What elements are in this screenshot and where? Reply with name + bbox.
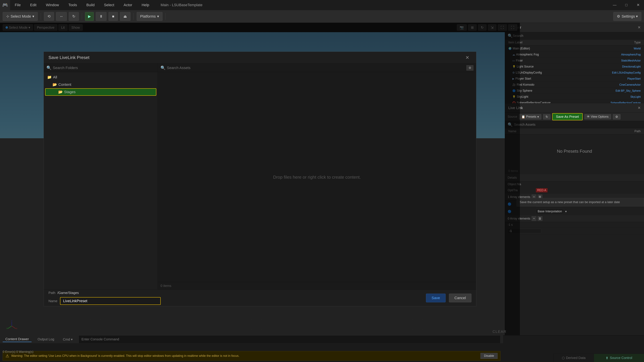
row-name-label: Player Start	[515, 77, 594, 80]
table-row[interactable]: ⚙LSUnDisplayConfigEdit LSUnDisplayConfig	[505, 70, 644, 76]
outliner-close[interactable]: ✕	[638, 25, 641, 30]
base-interp-dropdown[interactable]: Base Interpolation	[536, 209, 564, 214]
rotate-btn[interactable]: ↻	[69, 12, 79, 21]
derived-data-icon: ⬡	[562, 356, 565, 360]
dialog-titlebar: Save LiveLink Preset ✕	[44, 52, 476, 63]
prop-optitrack: OptiTra RED A	[505, 187, 644, 194]
toolbar-sep-3	[134, 13, 134, 20]
minimize-button[interactable]: —	[609, 0, 620, 10]
menu-file[interactable]: File	[10, 0, 25, 10]
folder-all[interactable]: 📁 All	[45, 73, 156, 81]
prop-minus-one	[505, 228, 644, 234]
table-row[interactable]: 💡SkyLightSkyLight	[505, 94, 644, 100]
no-presets-message: No Presets Found	[505, 134, 644, 168]
app-icon: 🎮	[0, 0, 10, 10]
folder-stages-icon: 📂	[58, 90, 63, 94]
transform-btn[interactable]: ⟲	[44, 12, 54, 21]
maximize-button[interactable]: □	[620, 0, 632, 10]
presets-icon: 📋	[522, 115, 525, 119]
assets-search-icon: 🔍	[160, 65, 166, 70]
menu-tools[interactable]: Tools	[64, 0, 82, 10]
save-livelink-dialog: Save LiveLink Preset ✕ 🔍 📁 All 📂	[44, 52, 476, 306]
log-tab-content-drawer[interactable]: Content Drawer	[3, 337, 32, 342]
dialog-body: 🔍 📁 All 📂 Content	[44, 63, 476, 290]
table-row[interactable]: 💡Light SourceDirectionalLight	[505, 64, 644, 70]
log-toolbar: Content Drawer Output Log Cmd ▾	[0, 335, 503, 344]
table-row[interactable]: ▶Player StartPlayerStart	[505, 76, 644, 82]
disable-warning-button[interactable]: Disable	[480, 353, 498, 359]
right-panel: Outliner ✕ 🔍 Item Label Type 🌍Main (Edit…	[505, 23, 644, 335]
outliner-search-input[interactable]	[513, 34, 641, 38]
pause-button[interactable]: ⏸	[96, 12, 106, 21]
row-name-label: Sky Sphere	[517, 89, 594, 92]
row-type-label: Edit LSUnDisplayConfig	[594, 71, 641, 74]
table-row[interactable]: ☁Atmospheric FogAtmosphericFog	[505, 52, 644, 58]
translate-btn[interactable]: ↔	[56, 12, 67, 21]
row-type-label: CineCameraActor	[594, 83, 641, 86]
settings-btn[interactable]: ⚙ Settings ▾	[613, 12, 641, 21]
livelink-close[interactable]: ✕	[638, 106, 641, 110]
dialog-title: Save LiveLink Preset	[48, 55, 90, 60]
name-label: Name	[48, 299, 57, 303]
folder-stages[interactable]: 📂 Stages	[45, 88, 156, 96]
dialog-save-button[interactable]: Save	[426, 294, 446, 302]
table-row[interactable]: 🌍Main (Editor)World	[505, 45, 644, 52]
assets-search-input[interactable]	[167, 66, 465, 70]
log-tab-output-log[interactable]: Output Log	[35, 337, 57, 342]
cursor-icon: ⊹	[6, 14, 9, 18]
eject-button[interactable]: ⏏	[120, 12, 130, 21]
view-options-btn[interactable]: 👁 View Options	[584, 114, 611, 119]
base-interp-arrow: ▾	[565, 210, 567, 213]
source-control-icon: ⬆	[606, 356, 608, 360]
dialog-tool-btn-1[interactable]: ⚙	[466, 65, 474, 70]
table-row[interactable]: ▭FloorStaticMeshActor	[505, 58, 644, 64]
menu-edit[interactable]: Edit	[25, 0, 41, 10]
save-preset-button[interactable]: Save As Preset	[552, 113, 582, 120]
row-type-label: DirectionalLight	[594, 65, 641, 68]
warning-icon: ⚠	[6, 354, 9, 358]
stop-button[interactable]: ■	[108, 12, 118, 21]
livelink-search-input[interactable]	[514, 123, 641, 126]
dialog-folder-search-bar: 🔍	[44, 63, 158, 72]
main-toolbar: ⊹ Select Mode ▾ ⟲ ↔ ↻ ▶ ⏸ ■ ⏏ Platforms …	[0, 10, 644, 23]
source-control-button[interactable]: ⬆ Source Control	[594, 354, 644, 362]
folder-content[interactable]: 📂 Content	[45, 81, 156, 88]
row-name-label: Red Komodo	[517, 83, 594, 86]
row-name-label: Main (Editor)	[513, 47, 594, 50]
assets-drop-area: Drop files here or right click to create…	[158, 72, 476, 282]
cmd-dropdown[interactable]: Cmd ▾	[60, 337, 75, 342]
array0-add[interactable]: +	[532, 216, 536, 221]
dialog-cancel-button[interactable]: Cancel	[449, 294, 472, 302]
mode-selector[interactable]: ⊹ Select Mode ▾	[3, 12, 38, 21]
menu-help[interactable]: Help	[137, 0, 154, 10]
folder-search-input[interactable]	[53, 66, 155, 70]
dialog-assets-search-bar: 🔍 ⚙	[158, 63, 476, 72]
presets-dropdown[interactable]: 📋 Presets ▾	[519, 114, 541, 119]
menu-actor[interactable]: Actor	[119, 0, 137, 10]
row-type-label: Edit BP_Sky_Sphere	[594, 89, 641, 92]
table-row[interactable]: 🎥Red KomodoCineCameraActor	[505, 82, 644, 88]
play-button[interactable]: ▶	[85, 12, 94, 21]
log-warning-bar: ⚠ Warning: The editor setting 'Use Less …	[3, 351, 500, 361]
derived-data-button[interactable]: ⬡ Derived Data	[554, 354, 594, 362]
menu-build[interactable]: Build	[82, 0, 99, 10]
menu-select[interactable]: Select	[99, 0, 119, 10]
gear-icon: ⚙	[617, 14, 620, 18]
outliner-rows: 🌍Main (Editor)World☁Atmospheric FogAtmos…	[505, 45, 644, 106]
toolbar-sep-1	[41, 13, 41, 20]
outliner-col-name: Item Label	[508, 41, 594, 44]
menu-window[interactable]: Window	[41, 0, 64, 10]
close-button[interactable]: ✕	[632, 0, 644, 10]
platforms-btn[interactable]: Platforms ▾	[137, 12, 162, 21]
prop-neg-label: -1 s	[505, 222, 644, 228]
refresh-btn[interactable]: ↻	[543, 114, 550, 119]
ll-col-path: Path	[607, 130, 641, 133]
array0-del[interactable]: 🗑	[538, 216, 542, 221]
ll-col-name: Name	[508, 130, 607, 133]
dialog-close-button[interactable]: ✕	[463, 53, 472, 62]
table-row[interactable]: 🔵Sky SphereEdit BP_Sky_Sphere	[505, 88, 644, 94]
name-input[interactable]	[60, 297, 161, 305]
dialog-assets-panel: 🔍 ⚙ Drop files here or right click to cr…	[158, 63, 476, 290]
console-command-input[interactable]	[79, 335, 500, 344]
ll-settings-btn[interactable]: ⚙	[613, 114, 620, 119]
